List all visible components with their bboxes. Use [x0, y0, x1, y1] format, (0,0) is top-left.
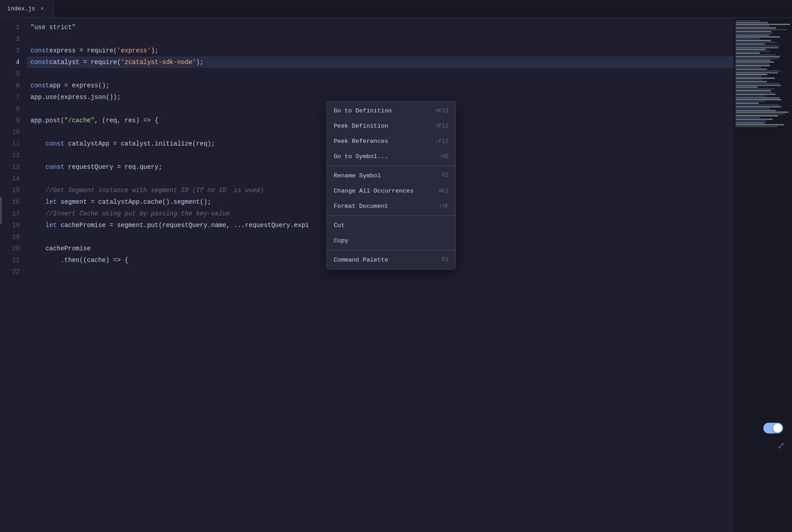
minimap-line — [736, 42, 777, 43]
minimap-line — [736, 77, 775, 79]
minimap-line — [736, 61, 774, 63]
minimap-line — [736, 72, 778, 73]
minimap-line — [736, 86, 758, 88]
line-number-18: 18 — [0, 219, 27, 231]
menu-item-label: Rename Symbol — [334, 172, 381, 179]
menu-item-label: Copy — [334, 237, 348, 244]
line-number-9: 9 — [0, 115, 27, 126]
minimap-line — [736, 47, 779, 48]
menu-item-shortcut: F2 — [442, 172, 448, 179]
menu-item-label: Format Document — [334, 203, 388, 210]
menu-item-shortcut: F1 — [442, 257, 448, 263]
menu-item-shortcut: ⌘F12 — [435, 107, 448, 114]
menu-item-cut[interactable]: Cut — [327, 218, 456, 233]
minimap-line — [736, 113, 785, 115]
code-line-5 — [27, 68, 734, 80]
minimap-line — [736, 22, 768, 23]
menu-divider-3 — [327, 215, 456, 216]
line-number-7: 7 — [0, 91, 27, 103]
minimap-line — [736, 119, 773, 120]
context-menu: Go to Definition⌘F12Peek Definition⌥F12P… — [326, 101, 456, 270]
line-number-22: 22 — [0, 266, 27, 278]
minimap-line — [736, 51, 770, 52]
minimap-line — [736, 117, 760, 118]
code-line-2 — [27, 33, 734, 45]
menu-item-label: Command Palette — [334, 257, 388, 263]
minimap-line — [736, 108, 770, 109]
line-number-2: 2 — [0, 33, 27, 45]
tab-filename: index.js — [7, 5, 35, 12]
minimap-line — [736, 52, 760, 54]
editor-container: 12345678910111213141516171819202122 "use… — [0, 18, 792, 532]
minimap-line — [736, 85, 781, 86]
minimap-line — [736, 58, 779, 59]
tab-bar: index.js × — [0, 0, 792, 18]
minimap-line — [736, 69, 767, 70]
line-number-20: 20 — [0, 243, 27, 254]
minimap-line — [736, 81, 767, 82]
menu-item-peek-definition[interactable]: Peek Definition⌥F12 — [327, 118, 456, 133]
minimap-line — [736, 104, 779, 106]
menu-item-copy[interactable]: Copy — [327, 233, 456, 248]
minimap-line — [736, 38, 759, 39]
minimap-line — [736, 70, 781, 72]
line-number-8: 8 — [0, 103, 27, 115]
code-line-3: const express = require('express'); — [27, 45, 734, 56]
code-area[interactable]: "use strict"const express = require('exp… — [27, 18, 734, 532]
menu-item-go-to-definition[interactable]: Go to Definition⌘F12 — [327, 103, 456, 118]
minimap-line — [736, 101, 765, 102]
minimap-line — [736, 110, 776, 111]
minimap-line — [736, 20, 760, 21]
minimap-line — [736, 31, 771, 32]
menu-item-peek-references[interactable]: Peek References⇧F12 — [327, 133, 456, 149]
minimap-line — [736, 65, 770, 66]
minimap-line — [736, 40, 771, 41]
line-number-12: 12 — [0, 150, 27, 161]
minimap-line — [736, 112, 788, 113]
minimap-line — [736, 124, 784, 125]
line-number-15: 15 — [0, 184, 27, 196]
menu-divider-2 — [327, 166, 456, 166]
line-number-6: 6 — [0, 80, 27, 91]
minimap-line — [736, 27, 776, 29]
minimap-line — [736, 34, 769, 36]
code-line-4: const catalyst = require('zcatalyst-sdk-… — [27, 56, 734, 68]
toggle-container — [763, 423, 783, 433]
menu-item-change-all-occurrences[interactable]: Change All Occurrences⌘F2 — [327, 183, 456, 198]
tab-index-js[interactable]: index.js × — [0, 0, 53, 17]
menu-item-format-document[interactable]: Format Document⇧⌥F — [327, 198, 456, 214]
minimap-line — [736, 97, 779, 99]
minimap-line — [736, 90, 771, 91]
minimap-line — [736, 122, 765, 124]
toggle-switch[interactable] — [763, 423, 783, 433]
line-number-4: 4 — [0, 56, 27, 68]
menu-item-shortcut: ⇧⌘O — [439, 153, 448, 160]
minimap-line — [736, 60, 770, 61]
code-line-1: "use strict" — [27, 21, 734, 33]
menu-item-command-palette[interactable]: Command PaletteF1 — [327, 252, 456, 267]
minimap-line — [736, 56, 780, 57]
minimap-line — [736, 43, 765, 45]
menu-item-label: Cut — [334, 222, 344, 229]
line-number-5: 5 — [0, 68, 27, 80]
expand-icon[interactable]: ⤢ — [777, 440, 785, 451]
minimap-line — [736, 49, 766, 50]
menu-item-rename-symbol[interactable]: Rename SymbolF2 — [327, 168, 456, 183]
minimap-content — [734, 18, 792, 129]
menu-item-shortcut: ⌥F12 — [435, 123, 448, 129]
menu-item-label: Go to Symbol... — [334, 153, 388, 160]
menu-item-label: Peek Definition — [334, 123, 388, 129]
menu-item-go-to-symbol...[interactable]: Go to Symbol...⇧⌘O — [327, 149, 456, 164]
minimap-line — [736, 103, 759, 104]
menu-item-label: Change All Occurrences — [334, 188, 413, 194]
menu-item-label: Go to Definition — [334, 107, 392, 114]
minimap-line — [736, 95, 766, 97]
menu-item-shortcut: ⌘F2 — [439, 188, 448, 194]
tab-close-button[interactable]: × — [39, 5, 46, 13]
minimap-line — [736, 79, 763, 81]
minimap-line — [736, 126, 777, 127]
minimap-line — [736, 33, 773, 34]
minimap-line — [736, 120, 766, 122]
minimap-line — [736, 67, 761, 68]
minimap-line — [736, 45, 780, 47]
